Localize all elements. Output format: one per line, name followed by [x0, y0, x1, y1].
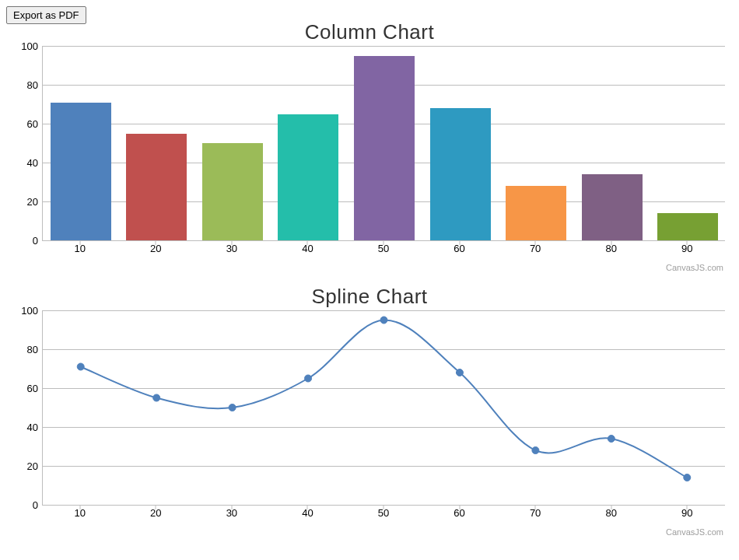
column-bar	[506, 186, 566, 240]
credit-link[interactable]: CanvasJS.com	[666, 527, 723, 537]
column-bar	[202, 143, 263, 240]
spline-point	[229, 404, 236, 411]
x-tick-label: 40	[302, 507, 313, 519]
column-bar	[354, 56, 415, 241]
column-bar	[126, 134, 187, 241]
x-tick-label: 40	[302, 243, 313, 254]
y-tick-label: 60	[16, 383, 38, 394]
y-tick-label: 40	[16, 157, 38, 169]
column-chart-plot: 020406080100	[42, 46, 725, 241]
spline-chart-xaxis: 102030405060708090	[42, 506, 725, 521]
x-tick-label: 10	[75, 507, 86, 519]
credit-link[interactable]: CanvasJS.com	[666, 263, 723, 272]
x-tick-label: 20	[150, 507, 161, 519]
y-tick-label: 40	[16, 422, 38, 433]
x-tick-label: 30	[226, 507, 237, 519]
y-tick-label: 80	[16, 344, 38, 355]
column-bar	[430, 108, 491, 240]
y-tick-label: 20	[16, 460, 38, 472]
y-tick-label: 100	[16, 305, 38, 317]
column-bar	[51, 103, 111, 241]
y-tick-label: 0	[16, 499, 38, 511]
y-tick-label: 0	[16, 235, 38, 247]
x-tick-label: 70	[530, 507, 541, 519]
x-tick-label: 80	[605, 507, 616, 519]
y-tick-label: 60	[16, 118, 38, 130]
column-bar	[278, 114, 338, 241]
spline-point	[608, 436, 615, 443]
spline-point	[532, 447, 539, 454]
column-bar	[582, 174, 643, 240]
column-bar	[657, 213, 718, 240]
spline-point	[380, 317, 387, 324]
x-tick-label: 80	[605, 243, 616, 254]
spline-chart-title: Spline Chart	[8, 285, 731, 309]
x-tick-label: 30	[226, 243, 237, 254]
x-tick-label: 90	[681, 243, 692, 254]
spline-chart-plot: 020406080100	[42, 310, 725, 506]
spline-svg	[43, 310, 725, 505]
x-tick-label: 60	[454, 507, 464, 519]
y-tick-label: 20	[16, 196, 38, 208]
gridline	[43, 46, 725, 47]
spline-point	[305, 375, 312, 382]
x-tick-label: 20	[150, 243, 161, 254]
y-tick-label: 100	[16, 40, 38, 52]
spline-point	[77, 363, 84, 370]
x-tick-label: 90	[681, 507, 692, 519]
column-chart-xaxis: 102030405060708090	[42, 241, 725, 257]
spline-point	[684, 474, 691, 481]
x-tick-label: 70	[530, 243, 541, 254]
column-chart: Column Chart 020406080100 10203040506070…	[8, 16, 731, 272]
spline-path	[81, 320, 688, 478]
x-tick-label: 60	[454, 243, 464, 254]
y-tick-label: 80	[16, 79, 38, 91]
x-tick-label: 50	[378, 243, 389, 254]
column-chart-title: Column Chart	[8, 20, 731, 44]
x-tick-label: 50	[378, 507, 389, 519]
spline-chart: Spline Chart 020406080100 10203040506070…	[8, 280, 731, 537]
x-tick-label: 10	[75, 243, 86, 254]
spline-point	[153, 394, 160, 401]
spline-point	[456, 369, 463, 376]
